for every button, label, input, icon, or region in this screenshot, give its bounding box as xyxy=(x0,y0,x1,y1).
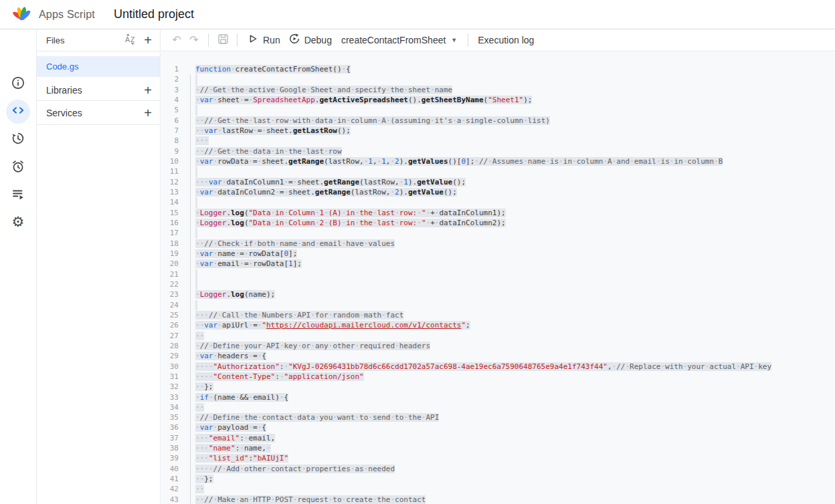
code-line[interactable]: 17 xyxy=(161,228,835,238)
line-number[interactable]: 27 xyxy=(161,331,179,341)
nav-overview-button[interactable] xyxy=(6,72,30,96)
code-line[interactable]: 36·var·payload·=·{ xyxy=(161,422,835,432)
code-line[interactable]: 9··//·Get·the·data·in·the·last·row xyxy=(161,146,835,156)
undo-button[interactable]: ↶ xyxy=(168,31,185,49)
code-line[interactable]: 1function·createContactFromSheet()·{ xyxy=(161,64,835,74)
code-line[interactable]: 4·var·sheet·=·SpreadsheetApp.getActiveSp… xyxy=(161,95,835,105)
line-number[interactable]: 29 xyxy=(161,351,179,361)
line-number[interactable]: 13 xyxy=(161,187,179,197)
line-number[interactable]: 4 xyxy=(161,95,179,105)
line-number[interactable]: 15 xyxy=(161,208,179,218)
code-line[interactable]: 39···"list_id":"bAIUjI" xyxy=(161,453,835,463)
add-file-button[interactable]: + xyxy=(141,33,155,47)
code-line[interactable]: 24 xyxy=(161,300,835,310)
code-line[interactable]: 21 xyxy=(161,269,835,279)
line-number[interactable]: 19 xyxy=(161,249,179,259)
line-number[interactable]: 16 xyxy=(161,218,179,228)
line-number[interactable]: 14 xyxy=(161,197,179,207)
code-line[interactable]: 41··}; xyxy=(161,474,835,484)
code-line[interactable]: 42·· xyxy=(161,484,835,494)
line-number[interactable]: 34 xyxy=(161,402,179,412)
code-line[interactable]: 23·Logger.log(name); xyxy=(161,289,835,299)
line-number[interactable]: 18 xyxy=(161,239,179,249)
line-number[interactable]: 10 xyxy=(161,156,179,166)
code-line[interactable]: 3·//·Get·the·active·Google·Sheet·and·spe… xyxy=(161,85,835,95)
code-line[interactable]: 20·var·email·=·rowData[1]; xyxy=(161,259,835,269)
code-line[interactable]: 28·//·Define·your·API·key·or·any·other·r… xyxy=(161,341,835,351)
line-number[interactable]: 40 xyxy=(161,464,179,474)
line-number[interactable]: 8 xyxy=(161,136,179,146)
nav-project-history-button[interactable] xyxy=(6,128,30,152)
add-library-button[interactable]: + xyxy=(141,84,155,97)
code-editor[interactable]: 1function·createContactFromSheet()·{23·/… xyxy=(161,52,835,504)
code-line[interactable]: 27·· xyxy=(161,331,835,341)
code-line[interactable]: 30····"Authorization":·"KVgJ-02696431bb7… xyxy=(161,362,835,372)
line-number[interactable]: 36 xyxy=(161,422,179,432)
code-line[interactable]: 7··var·lastRow·=·sheet.getLastRow(); xyxy=(161,126,835,136)
apps-script-logo-icon[interactable] xyxy=(12,5,32,25)
services-section[interactable]: Services + xyxy=(37,101,160,125)
save-button[interactable] xyxy=(214,31,231,49)
code-line[interactable]: 12···var·dataInColumn1·=·sheet.getRange(… xyxy=(161,177,835,187)
line-number[interactable]: 3 xyxy=(161,85,179,95)
code-line[interactable]: 25···//·Call·the·Numbers·API·for·random·… xyxy=(161,310,835,320)
add-service-button[interactable]: + xyxy=(141,106,155,120)
line-number[interactable]: 5 xyxy=(161,105,179,115)
execution-log-button[interactable]: Execution log xyxy=(474,31,538,49)
code-line[interactable]: 31····"Content-Type":·"application/json" xyxy=(161,372,835,382)
line-number[interactable]: 20 xyxy=(161,259,179,269)
line-number[interactable]: 39 xyxy=(161,453,179,463)
line-number[interactable]: 43 xyxy=(161,495,179,504)
line-number[interactable]: 28 xyxy=(161,341,179,351)
function-selector-dropdown[interactable]: createContactFromSheet ▼ xyxy=(336,31,462,49)
code-line[interactable]: 11 xyxy=(161,166,835,176)
line-number[interactable]: 21 xyxy=(161,269,179,279)
nav-triggers-button[interactable] xyxy=(6,156,30,180)
code-line[interactable]: 26··var·apiUrl·=·"https://cloudapi.maile… xyxy=(161,320,835,330)
code-line[interactable]: 34·· xyxy=(161,402,835,412)
nav-executions-button[interactable] xyxy=(6,183,30,207)
line-number[interactable]: 6 xyxy=(161,116,179,126)
debug-button[interactable]: Debug xyxy=(284,31,336,49)
line-number[interactable]: 26 xyxy=(161,320,179,330)
code-line[interactable]: 40····//·Add·other·contact·properties·as… xyxy=(161,464,835,474)
code-line[interactable]: 16·Logger.log("Data·in·Column·2·(B)·in·t… xyxy=(161,218,835,228)
line-number[interactable]: 33 xyxy=(161,392,179,402)
line-number[interactable]: 23 xyxy=(161,289,179,299)
code-line[interactable]: 32··}; xyxy=(161,382,835,392)
code-line[interactable]: 43··//·Make·an·HTTP·POST·request·to·crea… xyxy=(161,495,835,504)
code-line[interactable]: 15·Logger.log("Data·in·Column·1·(A)·in·t… xyxy=(161,208,835,218)
line-number[interactable]: 30 xyxy=(161,362,179,372)
line-number[interactable]: 24 xyxy=(161,300,179,310)
code-line[interactable]: 38···"name":·name,· xyxy=(161,443,835,453)
line-number[interactable]: 41 xyxy=(161,474,179,484)
sort-az-icon[interactable]: A Z xyxy=(124,32,137,48)
line-number[interactable]: 9 xyxy=(161,146,179,156)
line-number[interactable]: 7 xyxy=(161,126,179,136)
line-number[interactable]: 1 xyxy=(161,64,179,74)
file-item-codegs[interactable]: Code.gs xyxy=(37,56,160,77)
line-number[interactable]: 42 xyxy=(161,484,179,494)
line-number[interactable]: 38 xyxy=(161,443,179,453)
code-line[interactable]: 13·var·dataInColumn2·=·sheet.getRange(la… xyxy=(161,187,835,197)
code-line[interactable]: 6··//·Get·the·last·row·with·data·in·colu… xyxy=(161,116,835,126)
line-number[interactable]: 12 xyxy=(161,177,179,187)
line-number[interactable]: 11 xyxy=(161,166,179,176)
project-title[interactable]: Untitled project xyxy=(114,7,194,21)
code-line[interactable]: 14 xyxy=(161,197,835,207)
line-number[interactable]: 32 xyxy=(161,382,179,392)
code-line[interactable]: 10·var·rowData·=·sheet.getRange(lastRow,… xyxy=(161,156,835,166)
code-line[interactable]: 18··//·Check·if·both·name·and·email·have… xyxy=(161,239,835,249)
code-line[interactable]: 19·var·name·=·rowData[0]; xyxy=(161,249,835,259)
code-line[interactable]: 37···"email":·email, xyxy=(161,433,835,443)
code-line[interactable]: 2 xyxy=(161,74,835,84)
line-number[interactable]: 22 xyxy=(161,279,179,289)
code-line[interactable]: 22 xyxy=(161,279,835,289)
code-line[interactable]: 33·if·(name·&&·email)·{ xyxy=(161,392,835,402)
line-number[interactable]: 2 xyxy=(161,74,179,84)
line-number[interactable]: 35 xyxy=(161,412,179,422)
code-line[interactable]: 8··· xyxy=(161,136,835,146)
libraries-section[interactable]: Libraries + xyxy=(37,80,160,101)
line-number[interactable]: 31 xyxy=(161,372,179,382)
line-number[interactable]: 25 xyxy=(161,310,179,320)
